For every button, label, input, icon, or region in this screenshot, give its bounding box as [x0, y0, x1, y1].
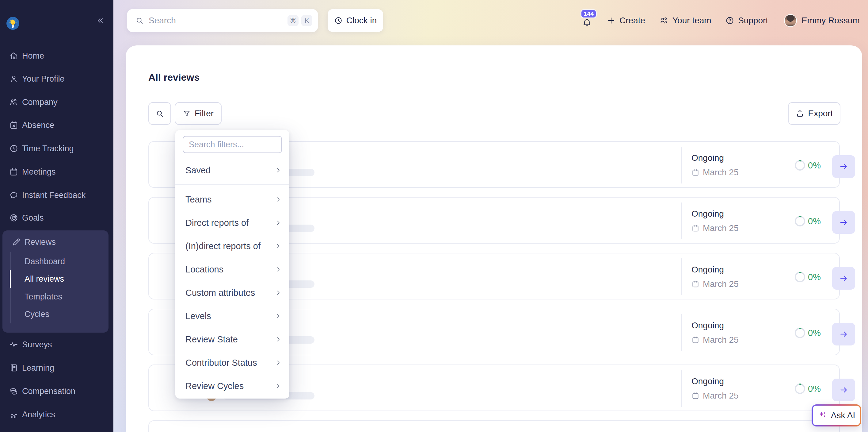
sidebar-item-dashboard[interactable]: Dashboard	[25, 253, 65, 270]
export-button[interactable]: Export	[788, 102, 840, 125]
filter-search-input[interactable]	[183, 136, 282, 153]
sidebar-item-learning[interactable]: Learning	[0, 356, 114, 379]
sidebar-item-meetings[interactable]: Meetings	[0, 160, 114, 183]
filter-item-review-state[interactable]: Review State	[175, 328, 289, 351]
arrow-right-icon	[839, 218, 849, 227]
sidebar-item-cycles[interactable]: Cycles	[25, 305, 49, 323]
clock-icon	[334, 16, 343, 25]
open-review-button[interactable]	[832, 155, 855, 178]
your-team-label: Your team	[673, 16, 711, 26]
your-team-button[interactable]: Your team	[659, 14, 711, 27]
sidebar-item-instant-feedback[interactable]: Instant Feedback	[0, 183, 114, 207]
filter-item-label: Review State	[185, 335, 238, 345]
sidebar-item-time-tracking[interactable]: Time Tracking	[0, 137, 114, 160]
filter-item-label: Teams	[185, 195, 212, 205]
funnel-icon	[183, 110, 191, 117]
due-date-label: March 25	[703, 168, 739, 177]
sidebar-item-all-reviews[interactable]: All reviews	[25, 270, 64, 288]
sidebar-item-label: Compensation	[22, 386, 75, 396]
filter-item-indirect-reports-of[interactable]: (In)direct reports of	[175, 234, 289, 258]
sidebar-item-compensation[interactable]: Compensation	[0, 379, 114, 403]
filter-item-review-cycles[interactable]: Review Cycles	[175, 374, 289, 398]
chevron-right-icon	[275, 289, 282, 296]
row-divider	[681, 370, 682, 407]
arrow-right-icon	[839, 162, 849, 172]
due-date-label: March 25	[703, 279, 739, 289]
create-button[interactable]: Create	[607, 14, 645, 27]
notifications-button[interactable]: 144	[580, 9, 602, 32]
sidebar-item-company[interactable]: Company	[0, 90, 114, 114]
table-search-button[interactable]	[148, 102, 171, 125]
subnav-active-indicator	[10, 270, 11, 288]
filter-item-contributor-status[interactable]: Contributor Status	[175, 351, 289, 374]
sidebar-item-label: Absence	[22, 121, 54, 130]
create-label: Create	[619, 16, 645, 26]
pencil-icon	[12, 237, 21, 247]
sidebar-item-home[interactable]: Home	[0, 44, 114, 67]
sidebar-collapse-button[interactable]	[96, 16, 105, 25]
filter-item-label: Review Cycles	[185, 381, 244, 391]
filter-item-direct-reports-of[interactable]: Direct reports of	[175, 211, 289, 234]
progress-percent: 0%	[808, 216, 821, 226]
sidebar-item-reviews[interactable]: Reviews	[2, 230, 108, 254]
sidebar-subitem-label: Templates	[25, 292, 62, 301]
sidebar-item-your-profile[interactable]: Your Profile	[0, 67, 114, 90]
filter-item-custom-attributes[interactable]: Custom attributes	[175, 281, 289, 305]
clock-in-button[interactable]: Clock in	[328, 9, 383, 32]
sidebar-item-surveys[interactable]: Surveys	[0, 333, 114, 356]
user-menu[interactable]: Emmy Rossum	[784, 14, 860, 27]
global-search: ⌘ K	[127, 9, 318, 32]
user-name: Emmy Rossum	[802, 16, 860, 26]
review-status: Ongoing	[691, 321, 724, 330]
ask-ai-button[interactable]: Ask AI	[812, 404, 861, 427]
coins-icon	[9, 386, 19, 396]
row-divider	[681, 314, 682, 351]
calendar-icon	[691, 168, 700, 176]
open-review-button[interactable]	[832, 323, 855, 345]
support-button[interactable]: Support	[725, 14, 768, 27]
sidebar-subitem-label: Dashboard	[25, 257, 65, 266]
arrow-right-icon	[839, 385, 849, 395]
filter-item-label: Custom attributes	[185, 288, 255, 298]
filter-item-saved[interactable]: Saved	[175, 159, 289, 182]
sidebar-item-label: Reviews	[25, 237, 56, 247]
due-date-label: March 25	[703, 335, 739, 345]
sidebar-item-analytics[interactable]: Analytics	[0, 403, 114, 426]
calendar-icon	[691, 224, 700, 232]
filter-dropdown-menu: Saved Teams Direct reports of (In)direct…	[175, 130, 289, 399]
review-row-partial[interactable]	[148, 420, 840, 432]
open-review-button[interactable]	[832, 379, 855, 401]
filter-item-label: Direct reports of	[185, 218, 249, 228]
export-label: Export	[808, 109, 833, 118]
book-icon	[9, 363, 19, 372]
chevron-right-icon	[275, 219, 282, 226]
chevron-right-icon	[275, 382, 282, 390]
sidebar-item-templates[interactable]: Templates	[25, 288, 62, 306]
sidebar-item-label: Meetings	[22, 167, 56, 177]
sidebar-item-absence[interactable]: Absence	[0, 114, 114, 137]
filter-button[interactable]: Filter	[175, 102, 222, 125]
open-review-button[interactable]	[832, 211, 855, 234]
sidebar-item-goals[interactable]: Goals	[0, 206, 114, 230]
open-review-button[interactable]	[832, 267, 855, 290]
page-title: All reviews	[148, 72, 199, 83]
progress-percent: 0%	[808, 384, 821, 394]
review-due-date: March 25	[691, 391, 739, 401]
filter-item-locations[interactable]: Locations	[175, 258, 289, 281]
notification-count-badge: 144	[581, 9, 597, 19]
main-content-card: All reviews Filter Export Ongoing March …	[126, 46, 862, 432]
chevron-right-icon	[275, 336, 282, 343]
calendar-x-icon	[9, 121, 19, 130]
chat-icon	[9, 191, 19, 200]
sidebar-item-label: Home	[22, 51, 44, 61]
sidebar-item-label: Analytics	[22, 410, 55, 420]
filter-item-teams[interactable]: Teams	[175, 188, 289, 211]
row-divider	[681, 147, 682, 183]
filter-item-label: Contributor Status	[185, 358, 257, 368]
review-due-date: March 25	[691, 223, 739, 233]
search-input[interactable]	[149, 16, 287, 26]
review-due-date: March 25	[691, 168, 739, 177]
chevron-right-icon	[275, 167, 282, 174]
filter-item-levels[interactable]: Levels	[175, 305, 289, 328]
clock-icon	[9, 144, 19, 153]
